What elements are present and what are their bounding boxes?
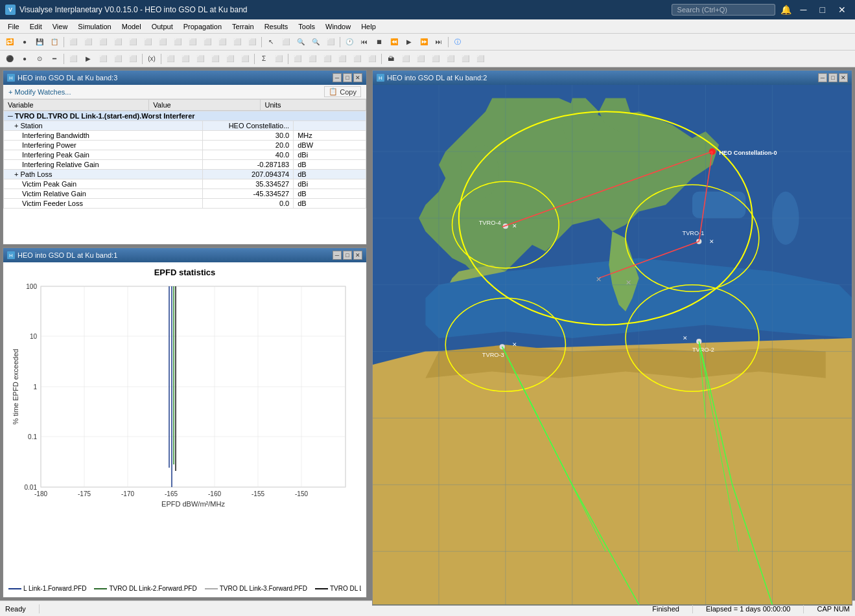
menu-model[interactable]: Model bbox=[117, 21, 146, 32]
tb2-b17[interactable]: ⬜ bbox=[305, 52, 320, 65]
tb-b5[interactable]: ⬜ bbox=[126, 36, 140, 49]
tb2-b13[interactable]: ⬜ bbox=[223, 52, 237, 65]
tb-b2[interactable]: ⬜ bbox=[81, 36, 95, 49]
tb2-b18[interactable]: ⬜ bbox=[320, 52, 334, 65]
tb-rewind[interactable]: ⏮ bbox=[357, 36, 371, 49]
minimize-button[interactable]: ─ bbox=[797, 3, 811, 16]
tb-b11[interactable]: ⬜ bbox=[215, 36, 229, 49]
menu-window[interactable]: Window bbox=[320, 21, 356, 32]
tb2-b22[interactable]: ⬜ bbox=[399, 52, 413, 65]
tb-b6[interactable]: ⬜ bbox=[141, 36, 155, 49]
menu-terrain[interactable]: Terrain bbox=[227, 21, 259, 32]
data-window-maximize[interactable]: □ bbox=[343, 73, 352, 82]
chart-window-close[interactable]: ✕ bbox=[353, 251, 362, 260]
tb2-line[interactable]: ━ bbox=[47, 52, 62, 65]
svg-text:✕: ✕ bbox=[626, 279, 631, 286]
tb2-b24[interactable]: ⬜ bbox=[428, 52, 443, 65]
tb-zoom-fit[interactable]: ⬜ bbox=[323, 36, 338, 49]
table-row: Victim Relative Gain -45.334527 dB bbox=[4, 189, 366, 199]
tb2-b15[interactable]: ⬜ bbox=[272, 52, 286, 65]
table-row: ─ TVRO DL.TVRO DL Link-1.(start-end).Wor… bbox=[4, 111, 366, 121]
tb2-b19[interactable]: ⬜ bbox=[335, 52, 349, 65]
tb-b1[interactable]: ⬜ bbox=[66, 36, 80, 49]
map-window-maximize[interactable]: □ bbox=[828, 73, 837, 82]
tb-b8[interactable]: ⬜ bbox=[170, 36, 185, 49]
tb-step-back[interactable]: ⏪ bbox=[387, 36, 401, 49]
table-scroll[interactable]: ─ TVRO DL.TVRO DL Link-1.(start-end).Wor… bbox=[3, 111, 366, 244]
svg-point-37 bbox=[461, 152, 477, 178]
close-button[interactable]: ✕ bbox=[834, 3, 850, 16]
tb-b12[interactable]: ⬜ bbox=[230, 36, 244, 49]
modify-watches-button[interactable]: + Modify Watches... bbox=[8, 88, 71, 96]
map-window-close[interactable]: ✕ bbox=[839, 73, 848, 82]
tb2-b6[interactable]: ⬜ bbox=[111, 52, 125, 65]
tb2-b23[interactable]: ⬜ bbox=[414, 52, 428, 65]
tb2-b12[interactable]: ⬜ bbox=[208, 52, 222, 65]
tb-stop[interactable]: ⏹ bbox=[372, 36, 386, 49]
tb2-b11[interactable]: ⬜ bbox=[193, 52, 207, 65]
tb-b3[interactable]: ⬜ bbox=[96, 36, 110, 49]
tb-info[interactable]: ⓘ bbox=[451, 36, 465, 49]
tb-clock[interactable]: 🕐 bbox=[342, 36, 357, 49]
tb-ff2[interactable]: ⏭ bbox=[432, 36, 446, 49]
maximize-button[interactable]: □ bbox=[816, 3, 829, 16]
tb2-b20[interactable]: ⬜ bbox=[350, 52, 364, 65]
tb2-b5[interactable]: ⬜ bbox=[96, 52, 110, 65]
tb-select[interactable]: ⬜ bbox=[279, 36, 293, 49]
tb-b4[interactable]: ⬜ bbox=[111, 36, 125, 49]
data-window-minimize[interactable]: ─ bbox=[333, 73, 342, 82]
tb2-sigma[interactable]: Σ bbox=[257, 52, 271, 65]
search-input[interactable] bbox=[672, 4, 775, 16]
tb2-b4[interactable]: ▶ bbox=[81, 52, 95, 65]
tb2-b8[interactable]: (x) bbox=[145, 52, 159, 65]
menu-file[interactable]: File bbox=[3, 21, 25, 32]
tb-b9[interactable]: ⬜ bbox=[185, 36, 200, 49]
chart-window-title-bar: H HEO into GSO DL at Ku band:1 ─ □ ✕ bbox=[3, 248, 366, 262]
menu-output[interactable]: Output bbox=[146, 21, 178, 32]
menu-tools[interactable]: Tools bbox=[293, 21, 320, 32]
tb-arrow[interactable]: ↖ bbox=[264, 36, 278, 49]
tb2-b7[interactable]: ⬜ bbox=[126, 52, 140, 65]
tb2-b25[interactable]: ⬜ bbox=[443, 52, 458, 65]
tb-open[interactable]: ● bbox=[18, 36, 32, 49]
tb2-b2[interactable]: ● bbox=[18, 52, 32, 65]
tb2-b9[interactable]: ⬜ bbox=[163, 52, 178, 65]
svg-text:-170: -170 bbox=[121, 490, 134, 497]
notification-icon[interactable]: 🔔 bbox=[780, 5, 791, 15]
tb-b7[interactable]: ⬜ bbox=[156, 36, 170, 49]
right-panel: H HEO into GSO DL at Ku band:2 ─ □ ✕ bbox=[369, 67, 855, 600]
menu-simulation[interactable]: Simulation bbox=[73, 21, 116, 32]
tb2-b26[interactable]: ⬜ bbox=[458, 52, 473, 65]
tb-zoom-in[interactable]: 🔍 bbox=[294, 36, 308, 49]
chart-window-minimize[interactable]: ─ bbox=[333, 251, 342, 260]
menu-view[interactable]: View bbox=[47, 21, 73, 32]
menu-results[interactable]: Results bbox=[259, 21, 294, 32]
chart-window-icon: H bbox=[7, 251, 15, 259]
tb2-b14[interactable]: ⬜ bbox=[238, 52, 252, 65]
svg-text:✕: ✕ bbox=[683, 335, 688, 341]
tb2-b16[interactable]: ⬜ bbox=[290, 52, 305, 65]
tb2-b3[interactable]: ⬜ bbox=[66, 52, 80, 65]
tb-b10[interactable]: ⬜ bbox=[200, 36, 215, 49]
menu-propagation[interactable]: Propagation bbox=[178, 21, 227, 32]
tb2-b10[interactable]: ⬜ bbox=[178, 52, 193, 65]
data-window-close[interactable]: ✕ bbox=[353, 73, 362, 82]
tb2-b1[interactable]: ⚫ bbox=[3, 52, 17, 65]
chart-window-maximize[interactable]: □ bbox=[343, 251, 352, 260]
tb2-b27[interactable]: ⬜ bbox=[473, 52, 487, 65]
tb2-circle[interactable]: ⊙ bbox=[32, 52, 47, 65]
tb-zoom-out[interactable]: 🔍 bbox=[309, 36, 323, 49]
tb-save[interactable]: 💾 bbox=[32, 36, 47, 49]
tb-ff[interactable]: ⏩ bbox=[417, 36, 431, 49]
tb2-terrain[interactable]: 🏔 bbox=[384, 52, 398, 65]
menu-help[interactable]: Help bbox=[356, 21, 381, 32]
menu-edit[interactable]: Edit bbox=[25, 21, 47, 32]
tb-b13[interactable]: ⬜ bbox=[245, 36, 259, 49]
tb-save2[interactable]: 📋 bbox=[47, 36, 62, 49]
copy-button[interactable]: 📋 Copy bbox=[324, 86, 361, 97]
tb-play[interactable]: ▶ bbox=[402, 36, 416, 49]
map-window-minimize[interactable]: ─ bbox=[818, 73, 827, 82]
tb-new[interactable]: 🔁 bbox=[3, 36, 17, 49]
map-content[interactable]: HEO Constellation-0 TVRO-1 ✕ TVRO-2 ✕ TV… bbox=[373, 85, 852, 605]
tb2-b21[interactable]: ⬜ bbox=[365, 52, 379, 65]
